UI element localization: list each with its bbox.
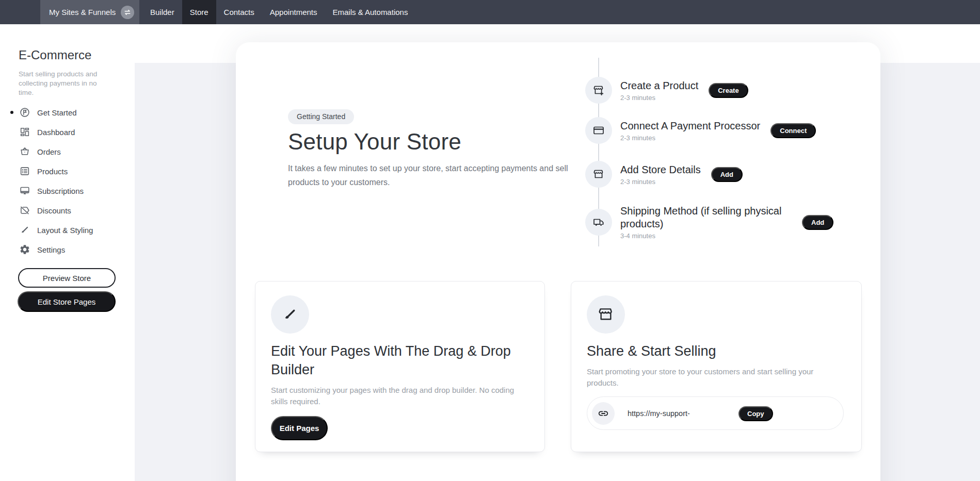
edit-pages-button[interactable]: Edit Pages: [271, 416, 328, 440]
checklist-title: Connect A Payment Processor: [620, 120, 760, 132]
sidebar-item-orders[interactable]: Orders: [0, 142, 135, 161]
add-shipping-button[interactable]: Add: [802, 215, 833, 230]
card-description: Start promoting your store to your custo…: [587, 366, 833, 389]
checklist-duration: 2-3 minutes: [620, 134, 760, 142]
checklist-title: Shipping Method (if selling physical pro…: [620, 205, 792, 230]
checklist-duration: 2-3 minutes: [620, 178, 701, 186]
nav-item-emails-automations[interactable]: Emails & Automations: [325, 0, 416, 24]
setup-panel: Getting Started Setup Your Store It take…: [236, 42, 880, 481]
sidebar-item-label: Dashboard: [37, 128, 75, 137]
store-link-field: https://my-support- Copy: [587, 396, 844, 430]
credit-card-icon: [585, 117, 612, 144]
sidebar-menu: Get Started Dashboard: [0, 103, 135, 259]
monitor-icon: [19, 185, 30, 196]
card-title: Edit Your Pages With The Drag & Drop Bui…: [271, 342, 529, 379]
checklist-title: Add Store Details: [620, 163, 701, 176]
sidebar-item-label: Orders: [37, 147, 61, 156]
checklist-duration: 3-4 minutes: [620, 232, 792, 240]
getting-started-badge: Getting Started: [288, 109, 354, 124]
sidebar-item-get-started[interactable]: Get Started: [0, 103, 135, 122]
copy-button[interactable]: Copy: [738, 406, 773, 421]
checklist-item-shipping-method: Shipping Method (if selling physical pro…: [585, 205, 833, 240]
page-description: It takes a few minutes to set up your st…: [288, 161, 591, 189]
dashboard-icon: [19, 126, 30, 138]
sidebar-item-label: Settings: [37, 245, 65, 254]
brush-icon: [19, 224, 30, 236]
preview-store-button[interactable]: Preview Store: [18, 268, 116, 288]
sidebar: E-Commerce Start selling products and co…: [0, 24, 135, 481]
add-store-details-button[interactable]: Add: [711, 167, 743, 182]
sidebar-title: E-Commerce: [19, 48, 135, 62]
create-button[interactable]: Create: [709, 83, 748, 98]
nav-item-builder[interactable]: Builder: [142, 0, 182, 24]
sidebar-item-layout-styling[interactable]: Layout & Styling: [0, 220, 135, 240]
sidebar-item-settings[interactable]: Settings: [0, 240, 135, 259]
store-url-link[interactable]: https://my-support-: [628, 409, 690, 418]
swap-icon[interactable]: [121, 6, 134, 19]
sidebar-item-products[interactable]: Products: [0, 161, 135, 181]
brush-icon: [271, 295, 309, 334]
edit-store-pages-button[interactable]: Edit Store Pages: [18, 291, 116, 312]
truck-icon: [585, 209, 612, 236]
checklist-item-create-product: Create a Product 2-3 minutes Create: [585, 77, 748, 104]
discount-tag-icon: [19, 205, 30, 216]
flag-circle-icon: [19, 107, 30, 118]
top-nav: My Sites & Funnels Builder Store Contact…: [0, 0, 980, 24]
card-title: Share & Start Selling: [587, 342, 846, 360]
hero-section: Getting Started Setup Your Store It take…: [288, 109, 598, 189]
share-selling-card: Share & Start Selling Start promoting yo…: [571, 281, 862, 452]
store-add-icon: [585, 77, 612, 104]
page-title: Setup Your Store: [288, 129, 598, 155]
nav-item-appointments[interactable]: Appointments: [262, 0, 325, 24]
storefront-icon: [587, 295, 625, 334]
workspace-switcher[interactable]: My Sites & Funnels: [40, 0, 139, 24]
sidebar-subtitle: Start selling products and collecting pa…: [19, 70, 111, 97]
active-dot: [10, 111, 13, 114]
nav-item-store[interactable]: Store: [182, 0, 216, 24]
checklist-item-payment-processor: Connect A Payment Processor 2-3 minutes …: [585, 117, 816, 144]
workspace-label: My Sites & Funnels: [49, 8, 116, 16]
basket-icon: [19, 146, 30, 157]
connect-button[interactable]: Connect: [770, 123, 816, 138]
sidebar-item-label: Subscriptions: [37, 187, 84, 195]
sidebar-item-label: Discounts: [37, 206, 71, 215]
card-description: Start customizing your pages with the dr…: [271, 385, 522, 407]
sidebar-item-label: Products: [37, 167, 68, 176]
storefront-icon: [585, 161, 612, 188]
sidebar-item-subscriptions[interactable]: Subscriptions: [0, 181, 135, 201]
checklist-duration: 2-3 minutes: [620, 94, 698, 102]
list-icon: [19, 165, 30, 177]
sidebar-item-label: Get Started: [37, 108, 77, 117]
checklist-title: Create a Product: [620, 79, 698, 92]
sidebar-item-label: Layout & Styling: [37, 226, 93, 235]
gear-icon: [19, 244, 30, 255]
link-icon: [592, 402, 615, 425]
sidebar-item-discounts[interactable]: Discounts: [0, 201, 135, 220]
main-content: Getting Started Setup Your Store It take…: [135, 24, 980, 481]
top-nav-items: Builder Store Contacts Appointments Emai…: [142, 0, 415, 24]
sidebar-item-dashboard[interactable]: Dashboard: [0, 122, 135, 142]
edit-pages-card: Edit Your Pages With The Drag & Drop Bui…: [255, 281, 545, 452]
checklist-item-store-details: Add Store Details 2-3 minutes Add: [585, 161, 743, 188]
nav-item-contacts[interactable]: Contacts: [216, 0, 262, 24]
